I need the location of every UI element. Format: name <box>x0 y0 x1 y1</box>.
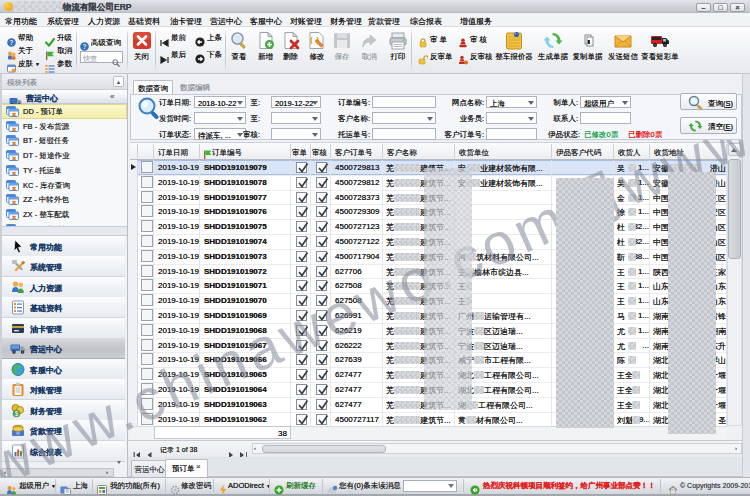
svg-text:?: ? <box>9 39 13 46</box>
svg-text:$: $ <box>15 410 19 418</box>
svg-text:?: ? <box>82 43 86 50</box>
